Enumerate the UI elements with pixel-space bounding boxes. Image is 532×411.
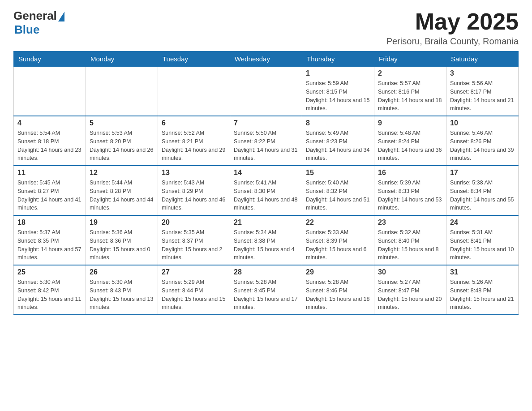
day-info: Sunrise: 5:45 AMSunset: 8:27 PMDaylight:… <box>17 179 82 212</box>
calendar-week-row: 25Sunrise: 5:30 AMSunset: 8:42 PMDayligh… <box>14 265 519 315</box>
logo: General Blue <box>13 9 64 37</box>
calendar-day-cell: 11Sunrise: 5:45 AMSunset: 8:27 PMDayligh… <box>14 166 86 215</box>
day-number: 20 <box>162 218 226 227</box>
day-info: Sunrise: 5:38 AMSunset: 8:34 PMDaylight:… <box>450 179 515 212</box>
day-info: Sunrise: 5:30 AMSunset: 8:42 PMDaylight:… <box>17 278 82 312</box>
day-info: Sunrise: 5:39 AMSunset: 8:33 PMDaylight:… <box>378 179 442 212</box>
day-info: Sunrise: 5:54 AMSunset: 8:18 PMDaylight:… <box>17 129 82 163</box>
day-info: Sunrise: 5:57 AMSunset: 8:16 PMDaylight:… <box>378 79 442 113</box>
calendar-day-cell: 10Sunrise: 5:46 AMSunset: 8:26 PMDayligh… <box>446 116 519 166</box>
day-info: Sunrise: 5:33 AMSunset: 8:39 PMDaylight:… <box>306 228 370 262</box>
day-number: 5 <box>90 119 154 127</box>
calendar-header-row: SundayMondayTuesdayWednesdayThursdayFrid… <box>14 51 519 67</box>
calendar-day-cell: 22Sunrise: 5:33 AMSunset: 8:39 PMDayligh… <box>302 215 374 265</box>
calendar-table: SundayMondayTuesdayWednesdayThursdayFrid… <box>13 51 519 315</box>
weekday-header-wednesday: Wednesday <box>230 51 302 67</box>
calendar-day-cell: 4Sunrise: 5:54 AMSunset: 8:18 PMDaylight… <box>14 116 86 166</box>
calendar-day-cell: 20Sunrise: 5:35 AMSunset: 8:37 PMDayligh… <box>158 215 230 265</box>
day-info: Sunrise: 5:56 AMSunset: 8:17 PMDaylight:… <box>450 79 515 113</box>
day-number: 4 <box>17 119 82 127</box>
day-number: 2 <box>378 69 442 77</box>
day-info: Sunrise: 5:59 AMSunset: 8:15 PMDaylight:… <box>306 79 370 113</box>
day-number: 1 <box>306 69 370 77</box>
calendar-day-cell: 3Sunrise: 5:56 AMSunset: 8:17 PMDaylight… <box>446 67 519 116</box>
day-number: 7 <box>234 119 298 127</box>
day-number: 29 <box>306 268 370 276</box>
day-number: 22 <box>306 218 370 227</box>
day-number: 30 <box>378 268 442 276</box>
day-number: 26 <box>90 268 154 276</box>
calendar-day-cell: 25Sunrise: 5:30 AMSunset: 8:42 PMDayligh… <box>14 265 86 315</box>
calendar-day-cell: 16Sunrise: 5:39 AMSunset: 8:33 PMDayligh… <box>374 166 446 215</box>
day-number: 12 <box>90 169 154 177</box>
day-info: Sunrise: 5:41 AMSunset: 8:30 PMDaylight:… <box>234 179 298 212</box>
calendar-day-cell: 27Sunrise: 5:29 AMSunset: 8:44 PMDayligh… <box>158 265 230 315</box>
day-info: Sunrise: 5:48 AMSunset: 8:24 PMDaylight:… <box>378 129 442 163</box>
day-number: 11 <box>17 169 82 177</box>
weekday-header-friday: Friday <box>374 51 446 67</box>
day-info: Sunrise: 5:31 AMSunset: 8:41 PMDaylight:… <box>450 228 515 262</box>
calendar-day-cell: 8Sunrise: 5:49 AMSunset: 8:23 PMDaylight… <box>302 116 374 166</box>
day-info: Sunrise: 5:44 AMSunset: 8:28 PMDaylight:… <box>90 179 154 212</box>
calendar-day-cell <box>14 67 86 116</box>
day-number: 18 <box>17 218 82 227</box>
day-number: 9 <box>378 119 442 127</box>
day-info: Sunrise: 5:26 AMSunset: 8:48 PMDaylight:… <box>450 278 515 312</box>
weekday-header-monday: Monday <box>86 51 158 67</box>
day-number: 27 <box>162 268 226 276</box>
day-number: 8 <box>306 119 370 127</box>
day-info: Sunrise: 5:28 AMSunset: 8:46 PMDaylight:… <box>306 278 370 312</box>
calendar-day-cell: 14Sunrise: 5:41 AMSunset: 8:30 PMDayligh… <box>230 166 302 215</box>
day-info: Sunrise: 5:49 AMSunset: 8:23 PMDaylight:… <box>306 129 370 163</box>
calendar-week-row: 11Sunrise: 5:45 AMSunset: 8:27 PMDayligh… <box>14 166 519 215</box>
calendar-day-cell: 7Sunrise: 5:50 AMSunset: 8:22 PMDaylight… <box>230 116 302 166</box>
calendar-day-cell: 30Sunrise: 5:27 AMSunset: 8:47 PMDayligh… <box>374 265 446 315</box>
calendar-day-cell: 29Sunrise: 5:28 AMSunset: 8:46 PMDayligh… <box>302 265 374 315</box>
calendar-day-cell: 24Sunrise: 5:31 AMSunset: 8:41 PMDayligh… <box>446 215 519 265</box>
calendar-day-cell: 13Sunrise: 5:43 AMSunset: 8:29 PMDayligh… <box>158 166 230 215</box>
title-section: May 2025 Perisoru, Braila County, Romani… <box>386 9 519 47</box>
calendar-day-cell: 21Sunrise: 5:34 AMSunset: 8:38 PMDayligh… <box>230 215 302 265</box>
weekday-header-saturday: Saturday <box>446 51 519 67</box>
day-info: Sunrise: 5:40 AMSunset: 8:32 PMDaylight:… <box>306 179 370 212</box>
day-info: Sunrise: 5:30 AMSunset: 8:43 PMDaylight:… <box>90 278 154 312</box>
calendar-day-cell: 9Sunrise: 5:48 AMSunset: 8:24 PMDaylight… <box>374 116 446 166</box>
day-info: Sunrise: 5:52 AMSunset: 8:21 PMDaylight:… <box>162 129 226 163</box>
calendar-day-cell: 18Sunrise: 5:37 AMSunset: 8:35 PMDayligh… <box>14 215 86 265</box>
day-number: 19 <box>90 218 154 227</box>
day-number: 14 <box>234 169 298 177</box>
day-number: 23 <box>378 218 442 227</box>
calendar-day-cell: 19Sunrise: 5:36 AMSunset: 8:36 PMDayligh… <box>86 215 158 265</box>
day-number: 6 <box>162 119 226 127</box>
logo-triangle-icon <box>58 12 64 21</box>
calendar-day-cell: 26Sunrise: 5:30 AMSunset: 8:43 PMDayligh… <box>86 265 158 315</box>
day-info: Sunrise: 5:27 AMSunset: 8:47 PMDaylight:… <box>378 278 442 312</box>
day-info: Sunrise: 5:32 AMSunset: 8:40 PMDaylight:… <box>378 228 442 262</box>
calendar-day-cell: 2Sunrise: 5:57 AMSunset: 8:16 PMDaylight… <box>374 67 446 116</box>
day-info: Sunrise: 5:37 AMSunset: 8:35 PMDaylight:… <box>17 228 82 262</box>
calendar-day-cell: 28Sunrise: 5:28 AMSunset: 8:45 PMDayligh… <box>230 265 302 315</box>
day-number: 13 <box>162 169 226 177</box>
location-subtitle: Perisoru, Braila County, Romania <box>386 36 519 47</box>
day-number: 24 <box>450 218 515 227</box>
day-info: Sunrise: 5:28 AMSunset: 8:45 PMDaylight:… <box>234 278 298 312</box>
calendar-day-cell: 12Sunrise: 5:44 AMSunset: 8:28 PMDayligh… <box>86 166 158 215</box>
calendar-day-cell: 15Sunrise: 5:40 AMSunset: 8:32 PMDayligh… <box>302 166 374 215</box>
day-number: 17 <box>450 169 515 177</box>
weekday-header-tuesday: Tuesday <box>158 51 230 67</box>
calendar-day-cell: 5Sunrise: 5:53 AMSunset: 8:20 PMDaylight… <box>86 116 158 166</box>
calendar-week-row: 4Sunrise: 5:54 AMSunset: 8:18 PMDaylight… <box>14 116 519 166</box>
day-info: Sunrise: 5:34 AMSunset: 8:38 PMDaylight:… <box>234 228 298 262</box>
weekday-header-thursday: Thursday <box>302 51 374 67</box>
calendar-day-cell: 23Sunrise: 5:32 AMSunset: 8:40 PMDayligh… <box>374 215 446 265</box>
day-info: Sunrise: 5:43 AMSunset: 8:29 PMDaylight:… <box>162 179 226 212</box>
day-number: 3 <box>450 69 515 77</box>
day-info: Sunrise: 5:29 AMSunset: 8:44 PMDaylight:… <box>162 278 226 312</box>
calendar-day-cell <box>230 67 302 116</box>
day-info: Sunrise: 5:46 AMSunset: 8:26 PMDaylight:… <box>450 129 515 163</box>
calendar-day-cell: 6Sunrise: 5:52 AMSunset: 8:21 PMDaylight… <box>158 116 230 166</box>
day-info: Sunrise: 5:35 AMSunset: 8:37 PMDaylight:… <box>162 228 226 262</box>
day-info: Sunrise: 5:36 AMSunset: 8:36 PMDaylight:… <box>90 228 154 262</box>
calendar-day-cell <box>158 67 230 116</box>
logo-general: General <box>13 9 57 23</box>
